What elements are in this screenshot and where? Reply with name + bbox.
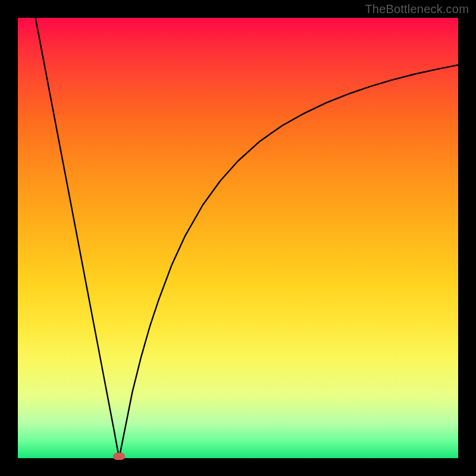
curve-svg <box>18 18 458 458</box>
bottleneck-curve <box>36 18 458 458</box>
min-point-marker <box>113 453 125 460</box>
chart-frame: TheBottleneck.com <box>0 0 476 476</box>
watermark-text: TheBottleneck.com <box>365 2 469 16</box>
plot-area <box>18 18 458 458</box>
